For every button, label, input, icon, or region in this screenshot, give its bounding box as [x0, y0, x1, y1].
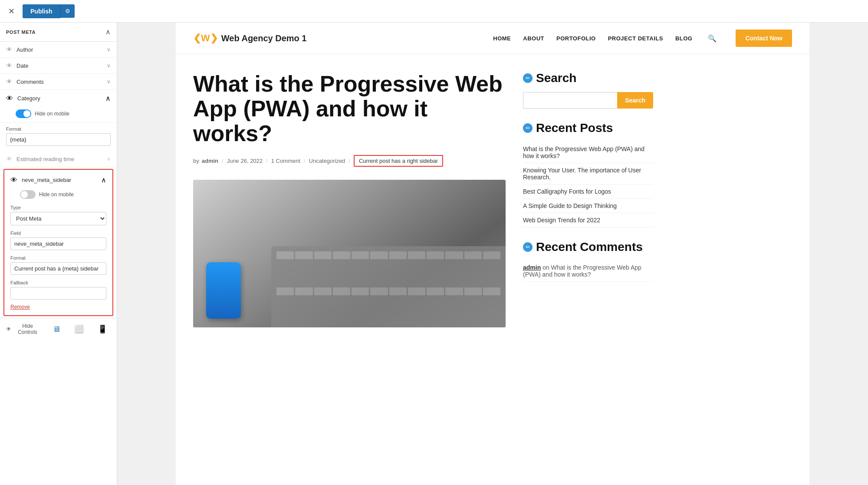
recent-post-item[interactable]: Knowing Your User. The importance of Use… [523, 163, 653, 185]
logo-w-icon: ❮W❯ [193, 33, 218, 44]
neve-header[interactable]: 👁 neve_meta_sidebar ∧ [4, 172, 112, 188]
panel-title: POST META [6, 30, 36, 35]
nav-home[interactable]: HOME [493, 35, 511, 42]
neve-toggle-knob [21, 191, 28, 198]
comments-label: Comments [16, 79, 102, 85]
main-layout: POST META ∧ 👁 Author ∨ 👁 Date ∨ 👁 Commen… [0, 23, 868, 485]
format-label: Format [6, 126, 111, 132]
fallback-label: Fallback [10, 280, 106, 285]
author-item[interactable]: 👁 Author ∨ [0, 42, 117, 58]
eye-icon: 👁 [6, 326, 11, 332]
date-chevron-icon: ∨ [107, 63, 111, 69]
fallback-input[interactable] [10, 287, 106, 300]
contact-now-button[interactable]: Contact Now [736, 30, 792, 47]
author-label: Author [16, 46, 102, 53]
neve-visibility-icon: 👁 [10, 176, 17, 184]
preview-inner: ❮W❯ Web Agency Demo 1 HOME ABOUT PORTOFO… [176, 23, 809, 485]
recent-posts-list: What is the Progressive Web App (PWA) an… [523, 142, 653, 228]
pencil-icon: ✏ [526, 75, 530, 81]
neve-format-label: Format [10, 255, 106, 261]
recent-post-item[interactable]: What is the Progressive Web App (PWA) an… [523, 142, 653, 163]
neve-section-label: neve_meta_sidebar [22, 177, 97, 183]
pencil-icon-2: ✏ [526, 125, 530, 131]
recent-post-item[interactable]: Best Calligraphy Fonts for Logos [523, 185, 653, 199]
category-visibility-icon: 👁 [6, 95, 13, 102]
neve-chevron-icon: ∧ [101, 176, 106, 184]
nav-menu: HOME ABOUT PORTOFOLIO PROJECT DETAILS BL… [493, 30, 792, 47]
neve-meta-sidebar-section: 👁 neve_meta_sidebar ∧ Hide on mobile Typ… [3, 169, 113, 316]
comments-item[interactable]: 👁 Comments ∨ [0, 74, 117, 90]
hide-controls-label: Hide Controls [13, 323, 42, 335]
panel-header: POST META ∧ [0, 23, 117, 42]
post-comments: 1 Comment [271, 158, 300, 164]
format-row: Format [0, 123, 117, 151]
recent-post-item[interactable]: Web Design Trends for 2022 [523, 213, 653, 228]
type-group: Type Post Meta Custom Field Taxonomy [4, 202, 112, 228]
desktop-view-button[interactable]: 🖥 [49, 323, 64, 336]
mobile-view-button[interactable]: 📱 [94, 323, 111, 336]
recent-comments-icon: ✏ [523, 242, 533, 252]
date-item[interactable]: 👁 Date ∨ [0, 58, 117, 74]
neve-format-input[interactable] [10, 262, 106, 275]
category-chevron-icon: ∧ [105, 94, 111, 102]
tablet-view-button[interactable]: ⬜ [71, 323, 87, 336]
publish-settings-button[interactable]: ⚙ [60, 4, 75, 18]
recent-comments-title-row: ✏ Recent Comments [523, 241, 653, 254]
search-widget-title-row: ✏ Search [523, 72, 653, 85]
site-logo: ❮W❯ Web Agency Demo 1 [193, 33, 306, 44]
nav-blog[interactable]: BLOG [675, 35, 693, 42]
date-visibility-icon: 👁 [6, 62, 12, 69]
category-hide-mobile-label: Hide on mobile [35, 111, 69, 117]
neve-format-group: Format [4, 253, 112, 277]
pencil-icon-3: ✏ [526, 244, 530, 250]
search-input[interactable] [523, 92, 617, 109]
hide-controls-button[interactable]: 👁 Hide Controls [6, 323, 42, 335]
search-widget-title: Search [536, 72, 576, 85]
nav-about[interactable]: ABOUT [523, 35, 544, 42]
est-reading-visibility-icon: 👁 [6, 155, 12, 162]
main-content: What is the Progressive Web App (PWA) an… [193, 72, 506, 327]
estimated-reading-item[interactable]: 👁 Estimated reading time ∨ [0, 151, 117, 167]
neve-hide-mobile-toggle[interactable] [20, 190, 36, 199]
neve-hide-mobile-label: Hide on mobile [39, 191, 74, 198]
search-row: Search [523, 92, 653, 109]
neve-hide-mobile-row: Hide on mobile [4, 188, 112, 202]
post-image [193, 180, 506, 327]
fallback-group: Fallback [4, 277, 112, 302]
field-input[interactable] [10, 238, 106, 250]
publish-button[interactable]: Publish [23, 4, 60, 18]
search-button[interactable]: Search [617, 92, 653, 109]
toggle-knob [23, 110, 30, 117]
remove-link[interactable]: Remove [4, 302, 112, 313]
nav-portofolio[interactable]: PORTOFOLIO [556, 35, 596, 42]
sidebar: ✏ Search Search ✏ [523, 72, 653, 327]
field-label: Field [10, 231, 106, 236]
post-date: June 26, 2022 [227, 158, 263, 164]
panel-collapse-button[interactable]: ∧ [105, 28, 111, 36]
search-icon[interactable]: 🔍 [708, 34, 717, 43]
date-label: Date [16, 63, 102, 69]
category-header[interactable]: 👁 Category ∧ [0, 90, 117, 107]
search-widget: ✏ Search Search [523, 72, 653, 109]
category-label: Category [17, 95, 101, 102]
category-section: 👁 Category ∧ Hide on mobile [0, 90, 117, 123]
site-name: Web Agency Demo 1 [221, 33, 307, 43]
comment-author-link[interactable]: admin [523, 264, 541, 271]
type-select[interactable]: Post Meta Custom Field Taxonomy [10, 212, 106, 225]
recent-posts-icon: ✏ [523, 123, 533, 133]
category-hide-mobile-row: Hide on mobile [0, 107, 117, 122]
est-reading-label: Estimated reading time [16, 156, 102, 162]
format-input[interactable] [6, 133, 111, 146]
content-area: What is the Progressive Web App (PWA) an… [176, 54, 809, 345]
close-button[interactable]: ✕ [5, 5, 17, 17]
recent-comment-item: admin on What is the Progressive Web App… [523, 261, 653, 282]
category-hide-mobile-toggle[interactable] [16, 109, 31, 118]
laptop-background [193, 180, 506, 327]
phone-overlay [206, 262, 241, 319]
nav-project-details[interactable]: PROJECT DETAILS [608, 35, 663, 42]
recent-posts-title-row: ✏ Recent Posts [523, 122, 653, 135]
recent-post-item[interactable]: A Simple Guide to Design Thinking [523, 199, 653, 213]
recent-comments-widget: ✏ Recent Comments admin on What is the P… [523, 241, 653, 282]
author-visibility-icon: 👁 [6, 46, 12, 53]
sidebar-badge: Current post has a right sidebar [354, 155, 443, 167]
